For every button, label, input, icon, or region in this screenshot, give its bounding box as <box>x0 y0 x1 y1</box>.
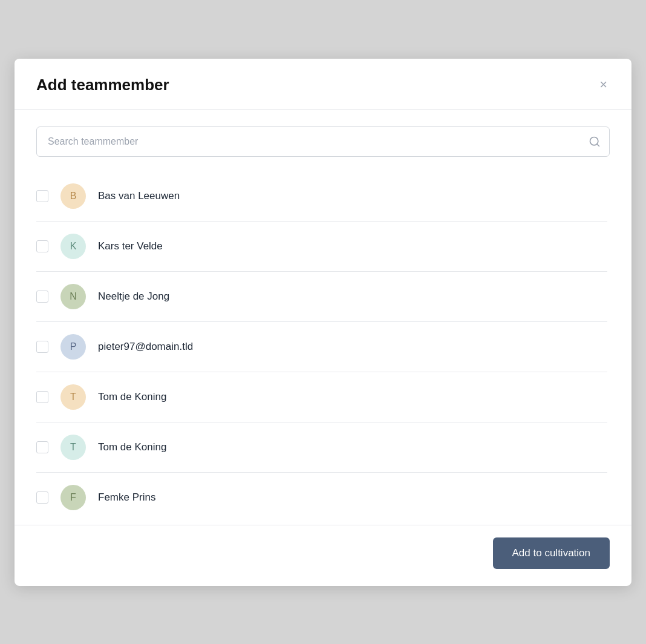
list-item: NNeeltje de Jong <box>36 272 607 322</box>
avatar: T <box>60 435 86 460</box>
modal-header: Add teammember × <box>15 59 631 110</box>
member-name: Bas van Leeuwen <box>98 190 180 202</box>
list-item: FFemke Prins <box>36 473 607 522</box>
member-name: Femke Prins <box>98 491 155 504</box>
avatar: N <box>60 284 86 309</box>
add-to-cultivation-button[interactable]: Add to cultivation <box>493 537 610 569</box>
list-item: BBas van Leeuwen <box>36 171 607 222</box>
svg-line-1 <box>597 143 599 146</box>
search-icon <box>589 136 601 148</box>
member-name: Neeltje de Jong <box>98 291 169 303</box>
member-name: Tom de Koning <box>98 391 166 403</box>
modal-body: BBas van LeeuwenKKars ter VeldeNNeeltje … <box>15 110 631 522</box>
avatar: T <box>60 384 86 410</box>
search-button[interactable] <box>579 126 610 157</box>
avatar: K <box>60 234 86 259</box>
search-input[interactable] <box>36 126 610 157</box>
member-checkbox[interactable] <box>36 240 48 252</box>
avatar: P <box>60 334 86 360</box>
avatar: B <box>60 183 86 209</box>
members-list: BBas van LeeuwenKKars ter VeldeNNeeltje … <box>36 171 610 522</box>
list-item: Ppieter97@domain.tld <box>36 322 607 372</box>
list-item: TTom de Koning <box>36 422 607 473</box>
member-name: Tom de Koning <box>98 441 166 453</box>
member-name: pieter97@domain.tld <box>98 341 193 353</box>
list-item: TTom de Koning <box>36 372 607 422</box>
modal-title: Add teammember <box>36 76 169 94</box>
list-item: KKars ter Velde <box>36 222 607 272</box>
close-icon: × <box>599 78 607 91</box>
modal: Add teammember × BBas van LeeuwenKKars t… <box>15 59 631 586</box>
member-checkbox[interactable] <box>36 391 48 403</box>
member-checkbox[interactable] <box>36 190 48 202</box>
search-container <box>36 126 610 157</box>
member-checkbox[interactable] <box>36 291 48 303</box>
member-checkbox[interactable] <box>36 341 48 353</box>
avatar: F <box>60 485 86 510</box>
member-name: Kars ter Velde <box>98 240 163 252</box>
member-checkbox[interactable] <box>36 491 48 504</box>
close-button[interactable]: × <box>597 76 610 94</box>
member-checkbox[interactable] <box>36 441 48 453</box>
modal-footer: Add to cultivation <box>15 525 631 586</box>
